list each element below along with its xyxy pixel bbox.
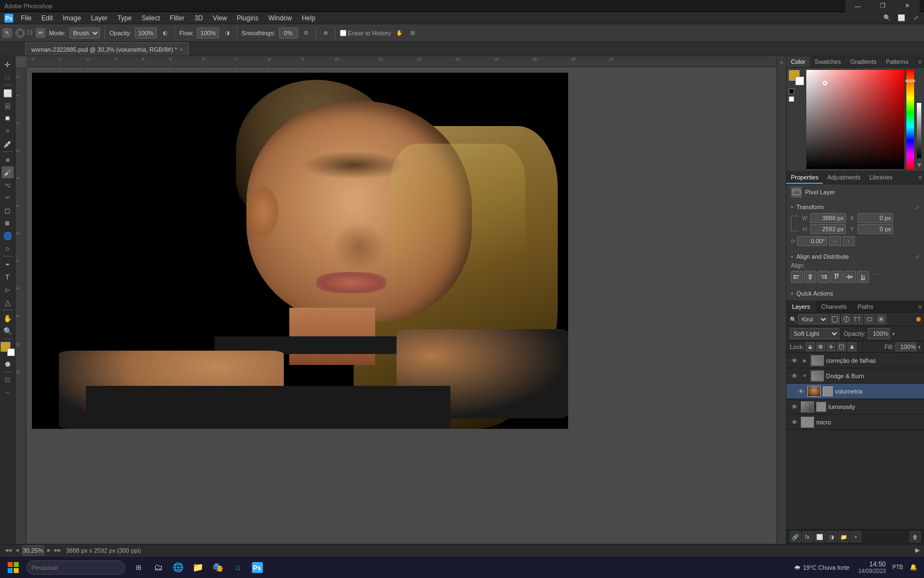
layer-item-correcao[interactable]: 👁 ▶ correção de falhas <box>787 353 924 368</box>
flow-jitter-icon[interactable]: ◑ <box>222 28 232 38</box>
tool-arrow-icon[interactable]: ↖ <box>2 28 12 38</box>
app5-btn[interactable]: 🎭 <box>209 559 227 576</box>
taskview-btn[interactable]: ⊞ <box>130 559 147 576</box>
files-btn[interactable]: 📁 <box>189 559 207 576</box>
clone-tool[interactable]: ⌥ <box>2 179 14 191</box>
pressure-icon[interactable]: ✋ <box>394 28 404 38</box>
alpha-bar[interactable] <box>917 103 921 158</box>
ps-icon[interactable]: Ps <box>2 12 15 24</box>
lock-artboard-btn[interactable] <box>837 342 846 351</box>
x-input[interactable] <box>857 213 893 223</box>
hand-tool[interactable]: ✋ <box>2 312 14 324</box>
ps-taskbar-btn[interactable]: Ps <box>249 559 266 576</box>
hue-bar[interactable] <box>906 70 914 169</box>
tab-properties[interactable]: Properties <box>787 172 823 184</box>
brush-tool[interactable]: 🖌 <box>2 166 14 178</box>
color-gradient-picker[interactable] <box>806 70 904 169</box>
extras-tool[interactable]: ··· <box>2 386 14 399</box>
start-button[interactable] <box>2 557 24 579</box>
filter-type-select[interactable]: Kind Name <box>798 314 828 324</box>
blend-mode-select[interactable]: Soft Light Normal Multiply Screen Overla… <box>790 328 839 339</box>
smoothing-input[interactable] <box>279 28 298 39</box>
history-tool[interactable]: ↩ <box>2 192 14 204</box>
brush-icon[interactable]: ✏ <box>36 28 46 38</box>
flow-input[interactable] <box>197 28 219 39</box>
delete-layer-btn[interactable]: 🗑 <box>910 531 921 542</box>
layer-item-micro[interactable]: 👁 micro <box>787 415 924 430</box>
align-top-btn[interactable] <box>831 271 843 283</box>
align-center-h-btn[interactable] <box>804 271 816 283</box>
tab-layers[interactable]: Layers <box>787 301 816 312</box>
transform-header[interactable]: ▾ Transform ⤢ <box>791 202 920 212</box>
tab-patterns[interactable]: Patterns <box>882 56 914 67</box>
brush-preset-icon[interactable] <box>15 28 25 38</box>
collapse-color-icon[interactable]: ▾ <box>917 160 921 169</box>
zoom-input[interactable] <box>22 546 44 555</box>
spotify-btn[interactable]: ♫ <box>229 559 246 576</box>
filter-type-btn[interactable]: T T <box>853 314 863 324</box>
w-input[interactable] <box>810 213 846 223</box>
object-select-tool[interactable]: 🔲 <box>2 112 14 124</box>
angle-input[interactable] <box>797 236 827 246</box>
lock-transparent-btn[interactable] <box>806 342 815 351</box>
menu-help[interactable]: Help <box>298 13 320 23</box>
more-align-options[interactable]: ··· <box>872 271 877 283</box>
tablet-icon[interactable]: ⊞ <box>408 28 417 38</box>
layer-expand-correcao[interactable]: ▶ <box>801 357 809 364</box>
blur-tool[interactable]: 🌀 <box>2 230 14 242</box>
opacity-jitter-icon[interactable]: ◐ <box>160 28 170 38</box>
nav-last-btn[interactable]: ▶▶ <box>54 547 62 554</box>
layers-menu-btn[interactable]: ≡ <box>916 301 924 312</box>
background-color[interactable] <box>7 348 15 356</box>
filter-smart-btn[interactable] <box>876 314 886 324</box>
menu-type[interactable]: Type <box>113 13 136 23</box>
layer-item-volumetria[interactable]: 👁 volumetria <box>787 384 924 399</box>
tab-libraries[interactable]: Libraries <box>865 172 897 184</box>
nav-next-btn[interactable]: ▶ <box>45 547 53 554</box>
shape-tool[interactable]: △ <box>2 296 14 308</box>
collapse-all-btn[interactable]: « <box>778 58 785 66</box>
dodge-tool[interactable]: ○ <box>2 242 14 254</box>
color-swatches[interactable] <box>1 342 15 356</box>
black-swatch[interactable] <box>789 89 794 94</box>
tab-paths[interactable]: Paths <box>853 301 879 312</box>
expand-icon[interactable]: ⤢ <box>910 12 922 24</box>
lasso-tool[interactable]: ⍯ <box>2 100 14 112</box>
layer-expand-dodge-burn[interactable]: ▼ <box>801 372 809 380</box>
layer-vis-luminosity[interactable]: 👁 <box>790 402 799 411</box>
marquee-tool[interactable]: ⬜ <box>2 87 14 99</box>
layer-vis-micro[interactable]: 👁 <box>790 418 799 427</box>
fill-input[interactable] <box>895 342 916 351</box>
quick-mask-tool[interactable]: ⬤ <box>2 358 14 370</box>
text-tool[interactable]: T <box>2 271 14 283</box>
transform-expand[interactable]: ⤢ <box>915 204 920 210</box>
menu-3d[interactable]: 3D <box>190 13 207 23</box>
menu-image[interactable]: Image <box>58 13 85 23</box>
menu-select[interactable]: Select <box>137 13 164 23</box>
tab-channels[interactable]: Channels <box>816 301 852 312</box>
artboard-tool[interactable]: ⬚ <box>2 71 14 83</box>
minimize-button[interactable]: — <box>845 0 870 12</box>
menu-window[interactable]: Window <box>264 13 296 23</box>
flip-h-btn[interactable]: ↔ <box>829 236 841 246</box>
menu-file[interactable]: File <box>16 13 36 23</box>
edge-btn[interactable]: 🌐 <box>169 559 187 576</box>
lock-image-btn[interactable] <box>816 342 825 351</box>
photo-canvas[interactable] <box>32 73 568 429</box>
filter-adjust-btn[interactable] <box>842 314 851 324</box>
maximize-button[interactable]: ❐ <box>870 0 895 12</box>
align-left-btn[interactable] <box>791 271 803 283</box>
align-center-v-btn[interactable] <box>844 271 856 283</box>
new-adjustment-btn[interactable]: ◑ <box>826 531 837 542</box>
menu-filter[interactable]: Filter <box>166 13 189 23</box>
h-input[interactable] <box>810 224 846 234</box>
search-icon[interactable]: 🔍 <box>881 12 893 24</box>
align-expand[interactable]: ⤢ <box>915 254 920 260</box>
eyedropper-tool[interactable]: 💉 <box>2 138 14 150</box>
layer-opacity-input[interactable] <box>868 328 890 339</box>
properties-menu[interactable]: ≡ <box>916 172 924 184</box>
share-icon[interactable]: ⬜ <box>895 12 908 24</box>
nav-prev-btn[interactable]: ◀ <box>13 547 21 554</box>
add-style-btn[interactable]: fx <box>802 531 813 542</box>
layer-item-luminosity[interactable]: 👁 luminosity <box>787 399 924 415</box>
